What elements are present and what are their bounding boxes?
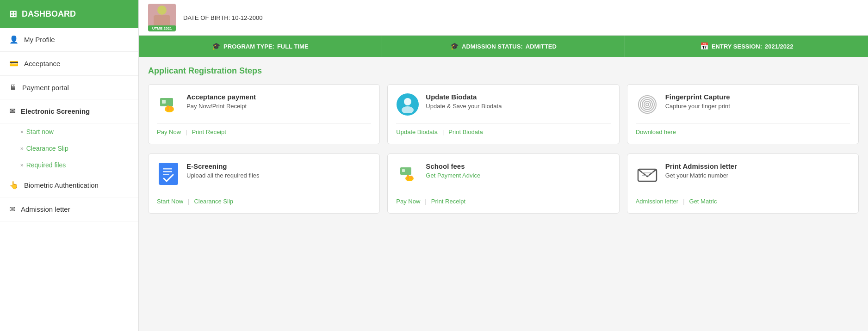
sub-label-required-files: Required files — [26, 161, 66, 169]
acceptance-icon: 💳 — [9, 59, 19, 68]
sidebar-label-acceptance: Acceptance — [24, 60, 60, 67]
sidebar-item-acceptance[interactable]: 💳 Acceptance — [0, 52, 138, 76]
entry-session-segment: 📅 ENTRY SESSION: 2021/2022 — [625, 36, 868, 57]
cards-row-2: E-Screening Upload all the required file… — [148, 153, 859, 214]
graduation-icon-1: 🎓 — [212, 42, 221, 50]
biodata-person-icon — [399, 96, 416, 113]
svg-rect-13 — [163, 168, 172, 170]
svg-rect-15 — [163, 174, 169, 175]
sub-label-start-now: Start now — [26, 128, 54, 135]
date-of-birth: DATE OF BIRTH: 10-12-2000 — [183, 14, 262, 21]
school-print-receipt-link[interactable]: Print Receipt — [431, 198, 465, 205]
download-here-link[interactable]: Download here — [636, 129, 676, 135]
fingerprint-subtitle: Capture your finger print — [665, 103, 730, 110]
escreening-icon-wrap — [157, 162, 180, 185]
dashboard-header[interactable]: ⊞ DASHBOARD — [0, 0, 138, 28]
biodata-icon-wrap — [396, 93, 419, 116]
electronic-screening-icon: ✉ — [9, 107, 15, 116]
card-top-school-fees: School fees Get Payment Advice — [396, 162, 610, 185]
start-now-btn[interactable]: Start Now — [157, 198, 183, 205]
biodata-title: Update Biodata — [426, 93, 502, 101]
divider-3: | — [188, 198, 189, 205]
sidebar-label-my-profile: My Profile — [24, 36, 55, 43]
profile-icon: 👤 — [9, 35, 19, 44]
admission-letter-sidebar-icon: ✉ — [9, 205, 15, 214]
admission-actions: Admission letter | Get Matric — [636, 193, 850, 205]
payment-portal-icon: 🖥 — [9, 83, 17, 92]
card-fingerprint: Fingerprint Capture Capture your finger … — [627, 84, 859, 144]
dashboard-icon: ⊞ — [9, 8, 17, 19]
calendar-icon: 📅 — [700, 42, 709, 50]
biometric-icon: 👆 — [9, 181, 19, 190]
school-pay-now-link[interactable]: Pay Now — [396, 198, 420, 205]
admission-letter-svg — [636, 163, 658, 185]
sidebar-item-payment-portal[interactable]: 🖥 Payment portal — [0, 76, 138, 99]
svg-rect-20 — [410, 176, 413, 179]
biodata-actions: Update Biodata | Print Biodata — [396, 123, 610, 135]
sidebar-item-electronic-screening[interactable]: ✉ Electronic Screening — [0, 99, 138, 123]
escreening-title: E-Screening — [186, 162, 260, 170]
biodata-avatar — [397, 93, 419, 116]
sidebar-item-biometric[interactable]: 👆 Biometric Authentication — [0, 173, 138, 197]
get-matric-link[interactable]: Get Matric — [689, 198, 717, 205]
svg-rect-14 — [163, 171, 172, 172]
sidebar-subitem-start-now[interactable]: » Start now — [0, 123, 138, 140]
acceptance-payment-icon — [157, 93, 180, 116]
clearance-slip-btn[interactable]: Clearance Slip — [194, 198, 233, 205]
cards-row-1: Acceptance payment Pay Now/Print Receipt… — [148, 84, 859, 144]
fingerprint-actions: Download here — [636, 123, 850, 135]
sidebar-subitem-clearance-slip[interactable]: » Clearance Slip — [0, 140, 138, 157]
biodata-text: Update Biodata Update & Save your Biodat… — [426, 93, 502, 110]
get-payment-advice-link[interactable]: Get Payment Advice — [426, 172, 480, 179]
school-fees-text: School fees Get Payment Advice — [426, 162, 480, 179]
card-school-fees: School fees Get Payment Advice Pay Now |… — [387, 153, 619, 214]
card-top-admission: Print Admission letter Get your Matric n… — [636, 162, 850, 185]
admission-text: Print Admission letter Get your Matric n… — [665, 162, 737, 179]
admission-title: Print Admission letter — [665, 162, 737, 170]
card-top-biodata: Update Biodata Update & Save your Biodat… — [396, 93, 610, 116]
chevron-icon-start-now: » — [20, 129, 24, 135]
divider-4: | — [425, 198, 426, 205]
svg-rect-16 — [400, 167, 411, 175]
print-receipt-link[interactable]: Print Receipt — [192, 129, 226, 135]
print-biodata-link[interactable]: Print Biodata — [448, 129, 483, 135]
pay-now-link[interactable]: Pay Now — [157, 129, 181, 135]
chevron-icon-required-files: » — [20, 162, 24, 168]
fingerprint-title: Fingerprint Capture — [665, 93, 730, 101]
update-biodata-link[interactable]: Update Biodata — [396, 129, 438, 135]
payment-icon-wrap — [157, 93, 180, 116]
main-content: UTME 2021 DATE OF BIRTH: 10-12-2000 🎓 PR… — [139, 0, 868, 331]
divider-2: | — [442, 129, 444, 135]
escreening-svg — [160, 164, 177, 184]
acceptance-payment-subtitle: Pay Now/Print Receipt — [186, 103, 256, 110]
divider-5: | — [683, 198, 684, 205]
sidebar-label-biometric: Biometric Authentication — [24, 181, 99, 189]
sidebar-label-electronic-screening: Electronic Screening — [21, 107, 90, 115]
entry-session-label: ENTRY SESSION: — [712, 43, 762, 50]
svg-rect-19 — [407, 175, 409, 180]
escreening-text: E-Screening Upload all the required file… — [186, 162, 260, 179]
svg-point-7 — [646, 103, 649, 106]
svg-point-6 — [402, 106, 414, 113]
card-top-escreening: E-Screening Upload all the required file… — [157, 162, 371, 185]
program-type-label: PROGRAM TYPE: — [223, 43, 274, 50]
profile-image: UTME 2021 — [148, 4, 176, 31]
escreening-subtitle: Upload all the required files — [186, 172, 260, 179]
sidebar-item-my-profile[interactable]: 👤 My Profile — [0, 28, 138, 52]
fingerprint-icon-wrap — [636, 93, 659, 116]
print-icon-wrap — [636, 162, 659, 185]
admission-letter-link[interactable]: Admission letter — [636, 198, 678, 205]
profile-bar: UTME 2021 DATE OF BIRTH: 10-12-2000 — [139, 0, 868, 36]
admission-status-value: ADMITTED — [526, 43, 557, 50]
sidebar-subitem-required-files[interactable]: » Required files — [0, 157, 138, 173]
svg-rect-1 — [162, 100, 166, 104]
card-e-screening: E-Screening Upload all the required file… — [148, 153, 380, 214]
sidebar-item-admission-letter[interactable]: ✉ Admission letter — [0, 197, 138, 221]
status-bar: 🎓 PROGRAM TYPE: FULL TIME 🎓 ADMISSION ST… — [139, 36, 868, 57]
sidebar-label-payment-portal: Payment portal — [22, 84, 69, 92]
graduation-icon-2: 🎓 — [450, 42, 459, 50]
svg-rect-17 — [402, 169, 405, 172]
card-top-fingerprint: Fingerprint Capture Capture your finger … — [636, 93, 850, 116]
sidebar: ⊞ DASHBOARD 👤 My Profile 💳 Acceptance 🖥 … — [0, 0, 139, 331]
escreening-actions: Start Now | Clearance Slip — [157, 193, 371, 205]
